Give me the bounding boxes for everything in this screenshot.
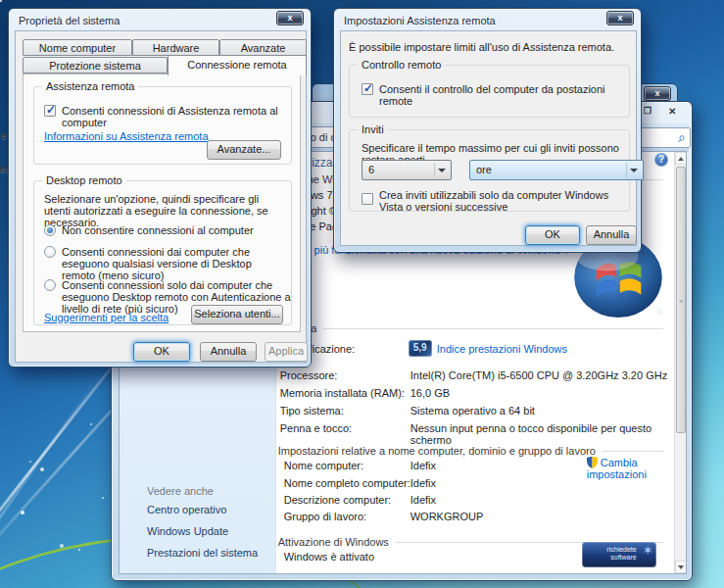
group-title: Assistenza remota [42,80,138,92]
dialog-title: Proprietà del sistema [19,15,120,26]
remote-assistance-info-link[interactable]: Informazioni su Assistenza remota [44,130,209,142]
apply-button[interactable]: Applica [265,342,308,362]
sidebar-see-also-header: Vedere anche [147,485,274,497]
group-title: Controllo remoto [358,59,445,71]
cancel-button[interactable]: Annulla [586,225,637,245]
remote-desktop-description: Selezionare un'opzione, quindi specifica… [44,193,287,228]
svg-text:®: ® [656,308,662,317]
select-users-button[interactable]: Seleziona utenti... [191,305,283,324]
group-title: Inviti [358,123,388,135]
ok-button[interactable]: OK [133,342,190,362]
close-icon[interactable]: ✕ [668,106,676,117]
restore-icon[interactable]: ❐ [644,106,652,116]
scroll-up-icon [678,157,684,161]
radio-dot [47,227,53,233]
advanced-button[interactable]: Avanzate... [207,140,281,160]
sidebar-item-performance[interactable]: Prestazioni del sistema [147,547,274,559]
scroll-down-button[interactable] [675,561,687,573]
info-row: Processore: Intel(R) Core(TM) i5-6500 CP… [280,369,670,381]
dialog-body: Nome computer Hardware Avanzate Protezio… [15,30,307,363]
remote-desktop-group: Desktop remoto Selezionare un'opzione, q… [33,180,292,325]
edge-text-fragment: e [1,130,7,141]
checkbox-label: Consenti connessioni di Assistenza remot… [62,105,291,128]
invitation-unit-select[interactable]: ore [469,160,644,180]
vista-only-checkbox[interactable] [362,193,373,205]
radio-label: Non consentire connessioni al computer [62,224,287,236]
genuine-star-icon: ✶ [643,547,653,555]
tab-hardware[interactable]: Hardware [132,39,219,56]
remote-assistance-settings-dialog: Impostazioni Assistenza remota x È possi… [333,8,642,253]
check-icon: ✓ [363,81,373,95]
help-icon[interactable]: ? [654,153,668,167]
genuine-software-badge[interactable]: richiedete software ✶ [582,542,656,567]
scrollbar-thumb[interactable]: ≡ [676,167,686,433]
tab-avanzate[interactable]: Avanzate [219,39,307,56]
invitations-group: Inviti Specificare il tempo massimo per … [349,129,630,212]
vertical-scrollbar[interactable]: ≡ [674,152,686,573]
checkbox-label: Crea inviti utilizzabili solo da compute… [379,189,630,213]
close-icon[interactable]: x [276,11,304,25]
sidebar-item-action-center[interactable]: Centro operativo [147,504,274,515]
performance-index-link[interactable]: Indice prestazioni Windows [437,343,567,355]
scrollbar-grip-icon: ≡ [679,300,683,303]
ok-button[interactable]: OK [525,225,580,245]
desktop: e er x ❐ ✕ Pannello di controllo ▸ Siste… [0,0,724,588]
remote-control-group: Controllo remoto ✓ Consenti il controllo… [349,65,630,118]
allow-remote-assistance-checkbox[interactable]: ✓ [44,105,56,117]
choice-help-link[interactable]: Suggerimenti per la scelta [44,312,169,323]
scroll-up-button[interactable] [675,152,687,165]
info-row: Memoria installata (RAM): 16,0 GB [280,387,670,399]
check-icon: ✓ [46,103,56,117]
search-icon[interactable]: ⌕ [678,129,686,146]
activation-status: Windows è attivato [284,551,374,563]
dialog-intro-text: È possibile impostare limiti all'uso di … [349,41,614,53]
group-title: Desktop remoto [42,174,126,186]
change-settings[interactable]: Cambia impostazioni [587,457,667,480]
search-input[interactable]: ⌕ [636,127,691,148]
tab-connessione-remota[interactable]: Connessione remota [168,55,307,75]
info-row: Nome completo computer: Idefix [284,477,578,489]
dropdown-arrow-icon [438,169,446,172]
info-row: Tipo sistema: Sistema operativo a 64 bit [280,405,670,416]
dialog-body: È possibile impostare limiti all'uso di … [340,30,637,246]
shield-icon [587,457,598,468]
info-row: Gruppo di lavoro: WORKGROUP [284,511,578,522]
scroll-down-icon [678,565,684,569]
system-properties-dialog: Proprietà del sistema x Nome computer Ha… [8,8,312,368]
tab-nome-computer[interactable]: Nome computer [23,39,132,56]
radio-nla-only[interactable] [44,279,56,291]
sidebar-item-windows-update[interactable]: Windows Update [147,525,274,537]
radio-label: Consenti connessioni dai computer che es… [62,246,285,281]
dropdown-arrow-icon [630,169,638,172]
checkbox-label: Consenti il controllo del computer da po… [379,83,629,107]
close-icon[interactable]: x [606,11,634,25]
wallpaper-sparkles [0,0,2,2]
remote-assistance-group: Assistenza remota ✓ Consenti connessioni… [33,86,292,165]
allow-remote-control-checkbox[interactable]: ✓ [362,83,373,95]
radio-no-connections[interactable] [44,224,56,236]
close-icon[interactable]: x [644,86,671,101]
info-row: Nome computer: Idefix [284,460,578,471]
section-computer-name: Impostazioni relative a nome computer, d… [278,445,663,457]
section-system: Sistema [278,322,663,334]
info-row: Descrizione computer: Idefix [284,494,578,506]
info-row: Penna e tocco: Nessun input penna o tocc… [280,422,670,446]
rating-badge: 5,9 [409,340,432,357]
tab-protezione-sistema[interactable]: Protezione sistema [23,57,168,74]
invitation-amount-select[interactable]: 6 [362,160,452,180]
radio-any-version[interactable] [44,246,56,258]
tab-page: Assistenza remota ✓ Consenti connessioni… [23,74,301,332]
cancel-button[interactable]: Annulla [200,342,257,362]
dialog-title: Impostazioni Assistenza remota [344,15,496,26]
